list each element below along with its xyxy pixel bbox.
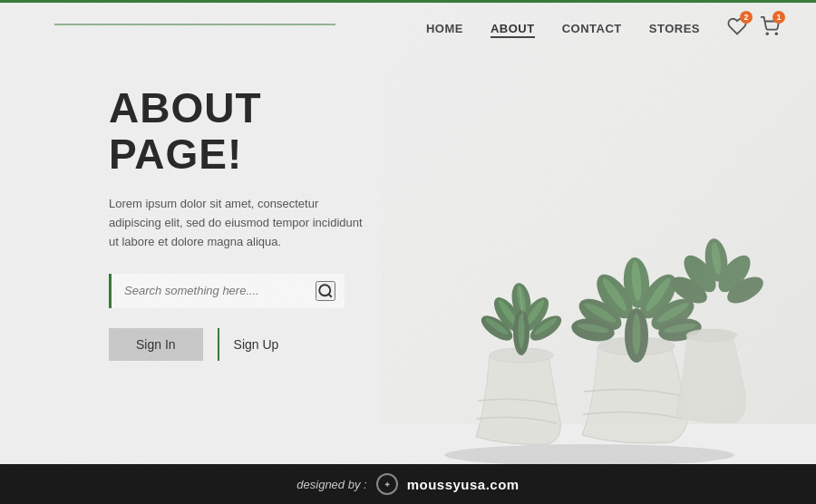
nav-item-stores[interactable]: STORES: [649, 22, 700, 35]
hero-section: ABOUT PAGE! Lorem ipsum dolor sit amet, …: [0, 49, 435, 388]
cart-badge: 1: [772, 11, 785, 24]
footer-brand: moussyusa.com: [407, 477, 520, 492]
footer-prefix: designed by :: [296, 478, 366, 491]
auth-row: Sign In Sign Up: [109, 328, 381, 361]
page-wrapper: HOME ABOUT CONTACT STORES 2: [0, 0, 816, 504]
sign-in-button[interactable]: Sign In: [109, 328, 203, 361]
nav-item-about[interactable]: ABOUT: [491, 22, 535, 35]
nav: HOME ABOUT CONTACT STORES: [426, 22, 700, 35]
footer-bar: designed by : ✦ moussyusa.com: [0, 464, 816, 504]
search-bar: [109, 274, 345, 308]
svg-point-1: [775, 33, 777, 34]
nav-icons: 2 1: [727, 16, 780, 40]
auth-divider: [218, 328, 219, 361]
wishlist-badge: 2: [740, 11, 753, 24]
svg-point-2: [319, 285, 330, 296]
nav-left-line: [54, 24, 335, 25]
header: HOME ABOUT CONTACT STORES 2: [0, 0, 816, 49]
footer-logo-icon: ✦: [376, 473, 398, 495]
main-area: HOME ABOUT CONTACT STORES 2: [0, 0, 816, 464]
cart-button[interactable]: 1: [760, 16, 780, 40]
nav-item-home[interactable]: HOME: [426, 22, 463, 35]
svg-point-4: [444, 444, 734, 464]
right-gradient: [381, 0, 816, 424]
svg-line-3: [328, 294, 331, 296]
top-line: [0, 0, 816, 3]
search-icon: [317, 283, 334, 299]
page-title: ABOUT PAGE!: [109, 85, 381, 177]
search-input[interactable]: [124, 284, 316, 297]
svg-point-0: [766, 33, 768, 34]
wishlist-button[interactable]: 2: [727, 16, 747, 40]
hero-description: Lorem ipsum dolor sit amet, consectetur …: [109, 195, 363, 251]
sign-up-link[interactable]: Sign Up: [234, 337, 279, 352]
search-button[interactable]: [316, 281, 335, 301]
nav-item-contact[interactable]: CONTACT: [562, 22, 622, 35]
